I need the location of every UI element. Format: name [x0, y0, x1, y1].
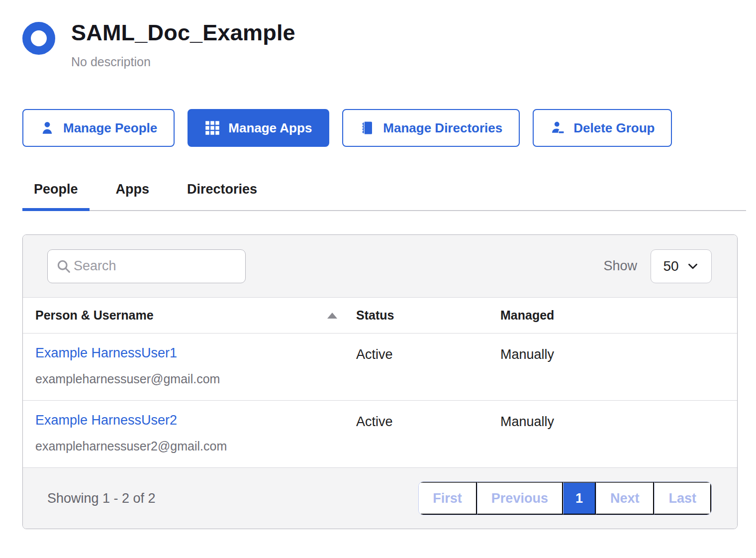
pagination-last-button[interactable]: Last	[654, 482, 711, 515]
user-link[interactable]: Example HarnessUser1	[35, 345, 177, 360]
group-actions: Manage People Manage Apps	[22, 109, 738, 147]
table-footer: Showing 1 - 2 of 2 First Previous 1 Next…	[23, 468, 737, 529]
directory-book-icon	[360, 120, 375, 135]
pagination-previous-button[interactable]: Previous	[477, 482, 563, 515]
managed-cell: Manually	[500, 413, 737, 453]
table-row: Example HarnessUser2 exampleharnessuser2…	[23, 401, 737, 468]
page-size-select[interactable]: 50	[651, 249, 712, 283]
table-toolbar: Show 50	[23, 235, 737, 298]
sort-ascending-icon	[327, 313, 337, 319]
managed-cell: Manually	[500, 345, 737, 386]
search-input[interactable]	[74, 258, 237, 274]
page-header: SAML_Doc_Example No description	[22, 20, 738, 69]
manage-directories-button[interactable]: Manage Directories	[342, 109, 520, 147]
user-link[interactable]: Example HarnessUser2	[35, 413, 177, 428]
pagination-current-page[interactable]: 1	[563, 482, 596, 515]
column-header-status: Status	[356, 308, 500, 323]
manage-people-button[interactable]: Manage People	[22, 109, 175, 147]
okta-group-icon	[22, 22, 55, 55]
column-header-person-username[interactable]: Person & Username	[35, 308, 356, 323]
status-cell: Active	[356, 345, 500, 386]
status-cell: Active	[356, 413, 500, 453]
tab-people[interactable]: People	[22, 182, 90, 210]
pagination: First Previous 1 Next Last	[418, 481, 712, 515]
results-summary: Showing 1 - 2 of 2	[47, 491, 156, 506]
group-detail-page: SAML_Doc_Example No description Manage P…	[0, 0, 756, 529]
group-tabs: People Apps Directories	[22, 182, 746, 211]
grid-icon	[205, 120, 220, 135]
manage-apps-button[interactable]: Manage Apps	[188, 109, 329, 147]
table-header-row: Person & Username Status Managed	[23, 298, 737, 334]
chevron-down-icon	[686, 260, 699, 273]
pagination-next-button[interactable]: Next	[596, 482, 655, 515]
page-title: SAML_Doc_Example	[71, 20, 295, 46]
page-size-value: 50	[663, 258, 678, 274]
user-remove-icon	[550, 120, 565, 135]
table-row: Example HarnessUser1 exampleharnessuser@…	[23, 334, 737, 401]
tab-apps[interactable]: Apps	[104, 182, 161, 210]
person-icon	[40, 120, 55, 135]
show-label: Show	[603, 258, 637, 274]
group-description: No description	[71, 55, 295, 69]
pagination-first-button[interactable]: First	[419, 482, 477, 515]
delete-group-button[interactable]: Delete Group	[533, 109, 672, 147]
user-email: exampleharnessuser@gmail.com	[35, 372, 356, 386]
user-email: exampleharnessuser2@gmail.com	[35, 439, 356, 453]
column-header-managed: Managed	[500, 308, 737, 323]
people-table-card: Show 50 Person & Username Status Managed…	[22, 234, 738, 529]
search-icon	[56, 258, 72, 274]
search-box[interactable]	[47, 249, 246, 283]
tab-directories[interactable]: Directories	[176, 182, 269, 210]
